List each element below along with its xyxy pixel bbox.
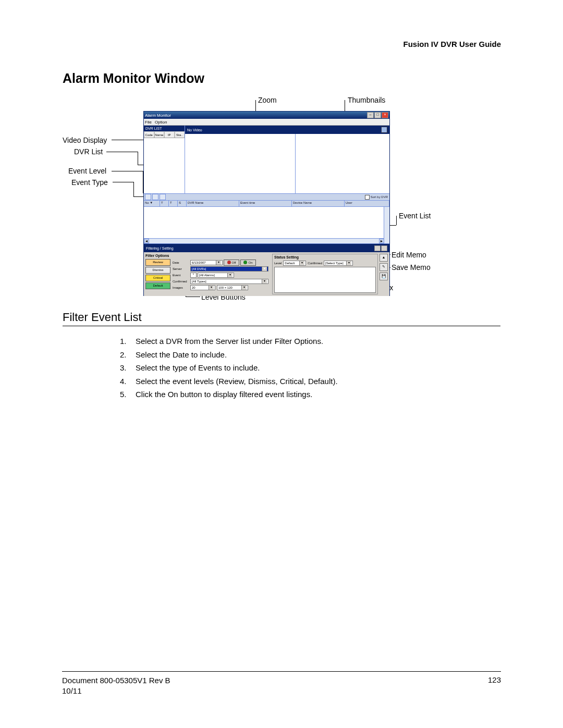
date-picker[interactable]: 6/13/2007 ▾: [190, 260, 223, 265]
close-button[interactable]: ×: [382, 112, 388, 118]
callout-zoom: Zoom: [258, 96, 277, 104]
event-level-icon[interactable]: [145, 194, 151, 200]
thumbnails-area[interactable]: [296, 134, 389, 193]
status-confirmed-select[interactable]: [Select Type] ▾: [324, 261, 353, 266]
sort-by-dvr-checkbox[interactable]: Sort by DVR: [365, 195, 389, 200]
server-select[interactable]: [All DVRs] ▾: [190, 266, 268, 272]
col-s[interactable]: S: [178, 201, 187, 206]
confirmed-select[interactable]: [All Types] ▾: [190, 279, 268, 284]
review-button[interactable]: Review: [145, 259, 170, 266]
filter-on-button[interactable]: On: [240, 260, 256, 266]
dvr-list-body[interactable]: [144, 138, 185, 193]
filter-options-label: Filter Options: [145, 254, 170, 257]
event-label: Event: [173, 274, 190, 277]
filter-fields: Date 6/13/2007 ▾ Off On Server [All DVRs…: [173, 254, 271, 294]
scroll-up-button[interactable]: ▲: [380, 254, 388, 262]
dvr-tab-ip[interactable]: IP: [164, 131, 175, 138]
col-user[interactable]: User: [345, 201, 389, 206]
menu-file[interactable]: File: [145, 120, 152, 125]
chevron-down-icon: ▾: [241, 286, 247, 290]
status-setting-label: Status Setting: [274, 255, 376, 259]
callout-event-level: Event Level: [68, 167, 106, 175]
chevron-down-icon: ▾: [216, 261, 221, 265]
fs-minimize-icon[interactable]: [374, 245, 381, 251]
images-size-select[interactable]: 100 × 120 ▾: [217, 285, 248, 290]
callout-video-display: Video Display: [63, 136, 107, 144]
footer-left: Document 800-05305V1 Rev B 10/11: [62, 675, 170, 697]
callout-dvr-list: DVR List: [74, 147, 103, 156]
status-level-label: Level: [274, 262, 282, 265]
dismiss-button[interactable]: Dismiss: [145, 267, 170, 274]
list-item: 3.Select the type of Events to include.: [120, 361, 338, 375]
event-value: [All Alarms]: [199, 274, 215, 277]
images-size: 100 × 120: [218, 286, 232, 289]
col-device-name[interactable]: Device Name: [292, 201, 345, 206]
critical-button[interactable]: Critical: [145, 275, 170, 281]
date-label: Date: [173, 261, 190, 264]
dvr-tab-code[interactable]: Code: [144, 131, 154, 138]
event-chk[interactable]: *: [190, 273, 197, 278]
filter-off-button[interactable]: Off: [224, 260, 239, 266]
event-type-icon[interactable]: [152, 194, 158, 200]
event-select[interactable]: [All Alarms] ▾: [198, 273, 234, 278]
vertical-scrollbar[interactable]: [384, 207, 389, 243]
callout-thumbnails: Thumbnails: [348, 96, 385, 104]
dvr-tab-status[interactable]: Sta..: [175, 131, 185, 138]
heading-rule: [63, 326, 500, 326]
scroll-left-icon[interactable]: ◄: [144, 239, 149, 243]
memo-text-box[interactable]: [274, 267, 376, 293]
maximize-button[interactable]: □: [374, 112, 381, 118]
no-video-label: No Video: [187, 128, 202, 132]
sort-by-dvr-label: Sort by DVR: [371, 195, 388, 199]
titlebar[interactable]: Alarm Monitor – □ ×: [144, 112, 389, 119]
alarm-monitor-diagram: Zoom Thumbnails Video Display DVR List E…: [63, 96, 500, 304]
callout-event-type: Event Type: [71, 178, 108, 187]
dvr-tab-name[interactable]: Name: [154, 131, 165, 138]
col-no[interactable]: No ▼: [144, 201, 160, 206]
event-search-icon[interactable]: [160, 194, 166, 200]
filtering-setting-body: Filter Options Review Dismiss Critical D…: [144, 252, 389, 296]
col-t2[interactable]: T: [169, 201, 178, 206]
status-confirmed-value: [Select Type]: [325, 262, 344, 265]
event-toolbar: Sort by DVR: [144, 193, 389, 201]
video-main-area[interactable]: [185, 134, 296, 193]
alarm-monitor-window: Alarm Monitor – □ × File Option DVR LIST…: [143, 111, 390, 296]
col-t1[interactable]: T: [160, 201, 169, 206]
confirmed-value: [All Types]: [192, 280, 206, 283]
images-count-select[interactable]: 20 ▾: [190, 285, 215, 290]
footer-rule: [62, 671, 501, 672]
level-buttons-group: Filter Options Review Dismiss Critical D…: [145, 254, 170, 294]
confirmed-label: Confirmed: [173, 280, 190, 283]
scroll-right-icon[interactable]: ►: [379, 239, 384, 243]
list-item: 2.Select the Date to include.: [120, 348, 338, 362]
filter-event-steps: 1.Select a DVR from the Server list unde…: [120, 335, 338, 401]
list-item: 5.Click the On button to display filtere…: [120, 388, 338, 401]
minimize-button[interactable]: –: [367, 112, 374, 118]
col-event-time[interactable]: Event time: [239, 201, 292, 206]
filtering-setting-header: Filtering / Setting: [144, 244, 389, 252]
chevron-down-icon: ▾: [227, 273, 232, 277]
status-level-select[interactable]: Default ▾: [283, 261, 306, 266]
save-memo-button[interactable]: 💾: [380, 273, 388, 280]
default-button[interactable]: Default: [145, 282, 170, 289]
menu-option[interactable]: Option: [155, 120, 167, 125]
chevron-down-icon: ▾: [262, 279, 267, 283]
callout-save-memo: Save Memo: [391, 263, 431, 272]
memo-side-buttons: ▲ ✎ 💾: [380, 254, 388, 294]
edit-memo-button[interactable]: ✎: [380, 263, 388, 271]
date-value: 6/13/2007: [192, 261, 206, 264]
menubar: File Option: [144, 119, 389, 126]
horizontal-scrollbar[interactable]: [144, 238, 384, 243]
video-display-panel: No Video: [185, 126, 389, 193]
zoom-icon[interactable]: [381, 127, 387, 133]
event-list-body[interactable]: ◄ ►: [144, 207, 389, 244]
heading-alarm-monitor-window: Alarm Monitor Window: [63, 71, 204, 86]
running-header: Fusion IV DVR User Guide: [403, 40, 501, 48]
event-columns: No ▼ T T S DVR Name Event time Device Na…: [144, 201, 389, 207]
status-level-value: Default: [285, 262, 295, 265]
filtering-setting-title: Filtering / Setting: [146, 246, 174, 250]
col-dvr-name[interactable]: DVR Name: [187, 201, 239, 206]
list-item: 1.Select a DVR from the Server list unde…: [120, 335, 338, 348]
fs-restore-icon[interactable]: [381, 245, 387, 251]
window-title: Alarm Monitor: [145, 113, 366, 118]
